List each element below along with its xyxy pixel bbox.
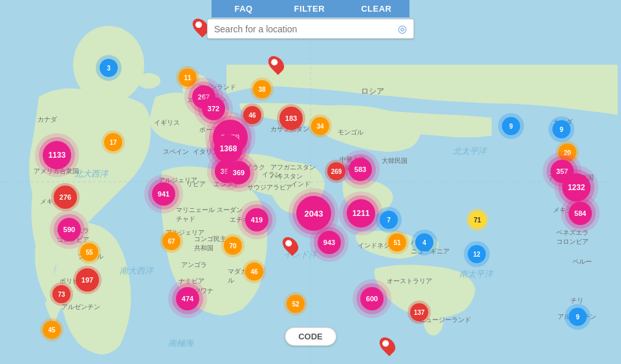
marker-m7[interactable]: 183 — [279, 107, 303, 130]
marker-m39[interactable]: 9 — [502, 117, 520, 135]
marker-m28[interactable]: 7 — [380, 211, 398, 229]
location-icon[interactable]: ◎ — [398, 23, 407, 35]
marker-m31[interactable]: 943 — [318, 231, 341, 254]
marker-m41[interactable]: 20 — [558, 144, 576, 162]
marker-m5[interactable]: 38 — [253, 80, 271, 98]
marker-m16[interactable]: 276 — [54, 186, 77, 209]
marker-m13[interactable]: 269 — [327, 162, 345, 180]
button-row: FAQ FILTER CLEAR — [212, 0, 410, 17]
marker-m43[interactable]: 1232 — [562, 173, 591, 202]
marker-m32[interactable]: 51 — [388, 233, 406, 252]
marker-m33[interactable]: 52 — [287, 295, 305, 313]
filter-button[interactable]: FILTER — [276, 0, 343, 17]
world-map — [0, 0, 621, 364]
marker-m8[interactable]: 34 — [311, 117, 329, 135]
marker-m19[interactable]: 197 — [76, 268, 99, 292]
marker-m38[interactable]: 71 — [468, 211, 486, 229]
search-bar: ◎ — [207, 19, 414, 39]
marker-m30[interactable]: 46 — [245, 262, 263, 281]
svg-point-6 — [137, 73, 160, 89]
marker-m24[interactable]: 474 — [176, 287, 199, 310]
clear-button[interactable]: CLEAR — [343, 0, 409, 17]
marker-m26[interactable]: 2043 — [296, 196, 331, 231]
marker-m18[interactable]: 55 — [80, 243, 98, 261]
pin-south[interactable] — [381, 336, 394, 354]
marker-m21[interactable]: 45 — [43, 321, 61, 339]
marker-m34[interactable]: 600 — [360, 287, 384, 310]
marker-m25[interactable]: 419 — [245, 208, 268, 231]
code-button[interactable]: CODE — [285, 327, 336, 346]
top-bar: FAQ FILTER CLEAR ◎ — [0, 0, 621, 39]
marker-m22[interactable]: 941 — [152, 182, 175, 206]
pin-indian[interactable] — [284, 236, 297, 254]
search-input[interactable] — [214, 24, 398, 34]
svg-point-5 — [155, 98, 171, 122]
marker-m12[interactable]: 369 — [227, 161, 250, 184]
marker-m4[interactable]: 372 — [202, 97, 225, 120]
marker-m10[interactable]: 1368 — [214, 134, 243, 163]
pin-russia[interactable] — [270, 55, 283, 73]
marker-m2[interactable]: 11 — [179, 69, 197, 87]
marker-m40[interactable]: 9 — [552, 120, 571, 138]
faq-button[interactable]: FAQ — [212, 0, 276, 17]
map-container: 北大西洋 南大西洋 インド洋 北太平洋 南太平洋 ロシア 南極海 カナダ アメリ… — [0, 0, 621, 364]
marker-m29[interactable]: 70 — [224, 237, 242, 255]
marker-m23[interactable]: 67 — [162, 232, 180, 250]
marker-m46[interactable]: 17 — [104, 133, 122, 151]
marker-m20[interactable]: 73 — [52, 285, 71, 303]
marker-m14[interactable]: 583 — [349, 158, 372, 181]
marker-m17[interactable]: 590 — [58, 218, 81, 241]
marker-m37[interactable]: 12 — [468, 245, 486, 263]
marker-m27[interactable]: 1211 — [347, 199, 375, 228]
marker-m44[interactable]: 584 — [569, 202, 592, 225]
marker-m36[interactable]: 4 — [415, 233, 433, 252]
marker-m1[interactable]: 3 — [100, 59, 118, 77]
marker-m15[interactable]: 1133 — [43, 141, 71, 169]
marker-m45[interactable]: 9 — [569, 308, 587, 326]
marker-m35[interactable]: 137 — [410, 303, 428, 321]
marker-m6[interactable]: 46 — [243, 106, 261, 124]
